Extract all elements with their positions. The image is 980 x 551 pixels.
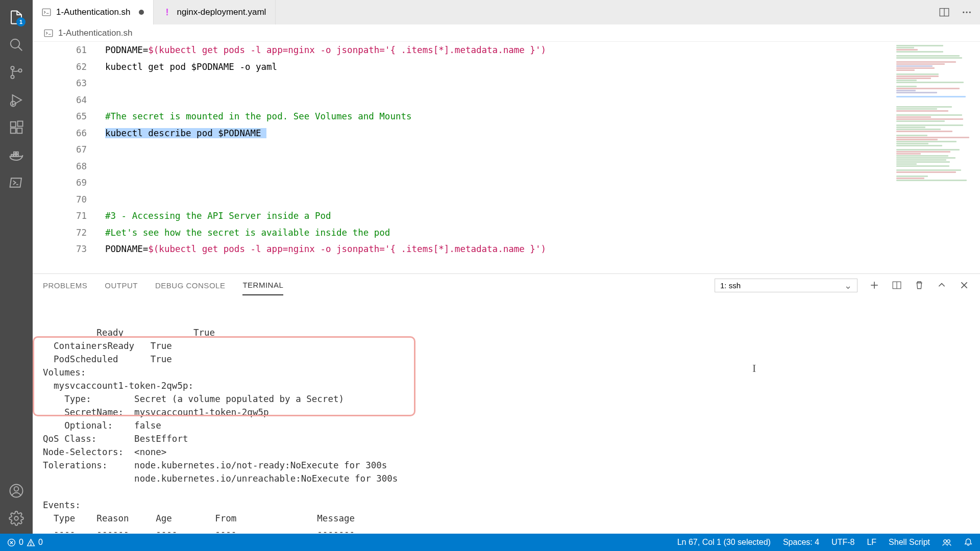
minimap-line [896, 78, 931, 79]
notifications-icon[interactable] [964, 538, 973, 547]
minimap-line [896, 116, 931, 118]
status-spaces[interactable]: Spaces: 4 [783, 538, 819, 547]
code-content: PODNAME=$(kubectl get pods -l app=nginx … [105, 241, 893, 258]
status-cursor[interactable]: Ln 67, Col 1 (30 selected) [677, 538, 771, 547]
code-line[interactable]: 67 [33, 141, 893, 158]
code-line[interactable]: 68 [33, 158, 893, 175]
tab-debug-console[interactable]: DEBUG CONSOLE [155, 276, 225, 295]
tab-nginx-deployment[interactable]: ! nginx-deployment.yaml [154, 0, 276, 24]
bottom-panel: PROBLEMS OUTPUT DEBUG CONSOLE TERMINAL 1… [33, 273, 980, 534]
breadcrumb[interactable]: 1-Authentication.sh [33, 24, 980, 42]
accounts-icon[interactable] [4, 479, 29, 503]
minimap-line [896, 153, 921, 155]
split-terminal-icon[interactable] [891, 280, 902, 291]
minimap-line [896, 90, 916, 91]
status-encoding[interactable]: UTF-8 [831, 538, 854, 547]
svg-point-38 [944, 540, 947, 543]
minimap-line [896, 104, 934, 106]
line-number: 72 [33, 224, 105, 241]
code-line[interactable]: 69 [33, 174, 893, 191]
minimap-line [896, 165, 949, 167]
svg-point-37 [31, 544, 31, 545]
maximize-panel-icon[interactable] [936, 280, 947, 291]
svg-point-25 [969, 11, 971, 13]
status-eol[interactable]: LF [867, 538, 876, 547]
minimap[interactable] [893, 42, 980, 273]
minimap-line [896, 92, 937, 93]
svg-rect-10 [18, 121, 23, 127]
docker-icon[interactable] [4, 143, 29, 167]
minimap-line [896, 110, 948, 112]
minimap-line [896, 159, 946, 161]
code-line[interactable]: 64 [33, 92, 893, 109]
code-line[interactable]: 72#Let's see how the secret is available… [33, 224, 893, 241]
tab-bar: 1-Authentication.sh ! nginx-deployment.y… [33, 0, 980, 24]
minimap-line [896, 114, 962, 116]
line-number: 62 [33, 59, 105, 76]
yaml-file-icon: ! [163, 8, 172, 17]
new-terminal-icon[interactable] [869, 280, 880, 291]
code-content: #Let's see how the secret is available i… [105, 224, 893, 241]
split-editor-icon[interactable] [937, 5, 951, 19]
tab-problems[interactable]: PROBLEMS [43, 276, 87, 295]
code-editor[interactable]: 61PODNAME=$(kubectl get pods -l app=ngin… [33, 42, 893, 273]
minimap-line [896, 127, 925, 128]
code-content: #The secret is mounted in the pod. See V… [105, 108, 893, 125]
code-line[interactable]: 61PODNAME=$(kubectl get pods -l app=ngin… [33, 42, 893, 59]
svg-point-2 [11, 66, 14, 69]
svg-line-1 [18, 47, 22, 51]
minimap-line [896, 86, 917, 87]
status-errors[interactable]: 0 [7, 538, 23, 547]
terminal-output[interactable]: Ready True ContainersReady True PodSched… [33, 296, 980, 534]
more-actions-icon[interactable] [960, 5, 974, 19]
feedback-icon[interactable] [942, 538, 951, 547]
svg-marker-5 [13, 95, 22, 105]
minimap-line [896, 71, 952, 73]
minimap-line [896, 151, 950, 153]
shell-file-icon [44, 29, 53, 38]
minimap-line [896, 163, 917, 165]
settings-icon[interactable] [4, 506, 29, 531]
code-line[interactable]: 70 [33, 191, 893, 208]
source-control-icon[interactable] [4, 60, 29, 85]
minimap-line [896, 108, 937, 110]
code-line[interactable]: 62kubectl get pod $PODNAME -o yaml [33, 59, 893, 76]
breadcrumb-file: 1-Authentication.sh [58, 28, 133, 38]
tab-authentication[interactable]: 1-Authentication.sh [33, 0, 154, 24]
close-panel-icon[interactable] [959, 280, 970, 291]
code-line[interactable]: 66kubectl describe pod $PODNAME [33, 125, 893, 142]
svg-rect-7 [11, 122, 16, 127]
svg-rect-14 [14, 152, 16, 154]
status-language[interactable]: Shell Script [889, 538, 930, 547]
line-number: 66 [33, 125, 105, 142]
minimap-line [896, 49, 918, 51]
extensions-icon[interactable] [4, 115, 29, 140]
minimap-line [896, 157, 955, 159]
minimap-line [896, 84, 944, 85]
explorer-badge: 1 [16, 17, 26, 27]
minimap-line [896, 63, 945, 65]
svg-point-0 [11, 39, 20, 48]
terminal-selector[interactable]: 1: ssh [715, 279, 857, 292]
status-warnings[interactable]: 0 [27, 538, 43, 547]
line-number: 70 [33, 191, 105, 208]
explorer-icon[interactable]: 1 [4, 5, 29, 30]
code-line[interactable]: 65#The secret is mounted in the pod. See… [33, 108, 893, 125]
code-line[interactable]: 73PODNAME=$(kubectl get pods -l app=ngin… [33, 241, 893, 258]
debug-icon[interactable] [4, 88, 29, 112]
svg-point-19 [14, 516, 18, 520]
svg-point-3 [11, 76, 14, 79]
minimap-line [896, 100, 917, 102]
minimap-line [896, 133, 948, 134]
minimap-line [896, 57, 962, 59]
search-icon[interactable] [4, 33, 29, 57]
minimap-line [896, 118, 963, 120]
tab-output[interactable]: OUTPUT [105, 276, 138, 295]
code-line[interactable]: 63 [33, 75, 893, 92]
tab-terminal[interactable]: TERMINAL [242, 276, 283, 295]
code-line[interactable]: 71#3 - Accessing the API Server inside a… [33, 208, 893, 224]
code-content: PODNAME=$(kubectl get pods -l app=nginx … [105, 42, 893, 59]
minimap-line [896, 147, 918, 148]
kill-terminal-icon[interactable] [914, 280, 925, 291]
powershell-icon[interactable] [4, 170, 29, 195]
